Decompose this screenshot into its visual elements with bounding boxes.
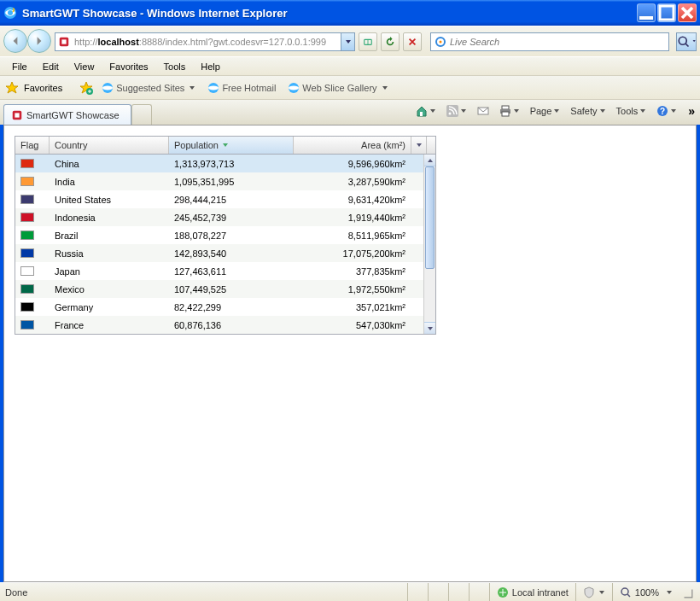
zoom-level[interactable]: 100% [612,583,680,601]
close-button[interactable] [678,3,697,22]
toolbar-overflow-icon[interactable]: » [688,104,695,118]
cell-country: Mexico [50,284,169,295]
favlink-free-hotmail[interactable]: Free Hotmail [204,80,279,96]
favorites-label[interactable]: Favorites [24,83,62,93]
scroll-down-button[interactable] [424,322,435,334]
new-tab-button[interactable] [131,104,152,125]
col-flag[interactable]: Flag [15,137,50,154]
shield-icon [583,586,595,598]
ie-icon [3,6,17,20]
menu-favorites[interactable]: Favorites [102,60,155,73]
resize-grip[interactable] [680,583,695,601]
tab-strip: SmartGWT Showcase Page Safety Tools ? » [0,99,700,125]
table-row[interactable]: Indonesia245,452,7391,919,440km² [15,208,423,226]
tab-site-icon [11,109,23,121]
tools-menu[interactable]: Tools [614,104,650,118]
home-button[interactable] [413,103,439,119]
minimize-button[interactable] [637,3,656,22]
cell-area: 357,021km² [294,302,411,312]
cell-country: China [50,159,169,169]
menu-tools[interactable]: Tools [157,60,193,73]
address-dropdown[interactable] [341,33,354,50]
print-button[interactable] [497,103,522,119]
safety-menu[interactable]: Safety [568,104,608,118]
cell-flag [15,230,50,240]
stop-button[interactable] [403,32,422,51]
help-button[interactable]: ? [654,103,680,119]
search-go-button[interactable] [676,32,697,51]
favorites-star-icon[interactable] [5,81,19,95]
table-row[interactable]: India1,095,351,9953,287,590km² [15,172,423,190]
scroll-thumb[interactable] [425,166,435,269]
refresh-button[interactable] [381,32,400,51]
cell-flag [15,266,50,276]
table-row[interactable]: United States298,444,2159,631,420km² [15,190,423,208]
url-text[interactable]: http://localhost:8888/index.html?gwt.cod… [73,36,341,48]
menu-edit[interactable]: Edit [36,60,66,73]
print-icon [499,105,511,117]
protected-mode[interactable] [575,583,612,601]
table-row[interactable]: Mexico107,449,5251,972,550km² [15,280,423,298]
cell-area: 377,835km² [294,266,411,277]
cell-flag [15,159,50,168]
menu-view[interactable]: View [67,60,102,73]
page-menu[interactable]: Page [528,104,563,118]
tab-active[interactable]: SmartGWT Showcase [3,104,131,125]
svg-rect-18 [15,113,19,117]
svg-point-21 [448,113,451,115]
table-row[interactable]: France60,876,136547,030km² [15,316,423,334]
cell-country: Russia [50,248,169,259]
menu-file[interactable]: File [5,60,34,73]
grid-header: Flag Country Population Area (km²) [15,137,435,155]
country-grid: Flag Country Population Area (km²) China… [15,136,436,335]
grid-scrollbar[interactable] [423,155,435,334]
search-input[interactable] [450,37,668,47]
favlink-suggested-sites[interactable]: Suggested Sites [98,80,199,96]
forward-button[interactable] [27,29,51,53]
status-bar: Done Local intranet 100% [0,582,700,601]
compat-view-button[interactable] [359,32,377,51]
search-bar[interactable] [430,32,669,51]
svg-point-12 [102,85,113,90]
col-population[interactable]: Population [169,137,294,154]
col-country[interactable]: Country [50,137,169,154]
add-favorite-icon[interactable] [79,81,93,95]
col-menu[interactable] [411,137,427,154]
cell-flag [15,320,50,330]
feeds-button[interactable] [444,103,470,119]
menu-bar: File Edit View Favorites Tools Help [0,56,700,75]
col-area[interactable]: Area (km²) [294,137,411,154]
svg-point-29 [621,588,628,595]
cell-population: 298,444,215 [169,195,294,205]
cell-area: 17,075,200km² [294,248,411,259]
svg-rect-2 [639,16,653,20]
cell-population: 188,078,227 [169,230,294,241]
cell-population: 1,095,351,995 [169,177,294,187]
ie-small-icon [207,82,219,94]
cell-country: United States [50,195,169,205]
menu-help[interactable]: Help [194,60,227,73]
read-mail-button[interactable] [475,103,492,119]
zoom-icon [620,586,632,598]
cell-population: 60,876,136 [169,320,294,330]
table-row[interactable]: Germany82,422,299357,021km² [15,298,423,316]
table-row[interactable]: Brazil188,078,2278,511,965km² [15,226,423,244]
scroll-up-button[interactable] [424,155,435,166]
favlink-web-slice-gallery[interactable]: Web Slice Gallery [284,80,391,96]
table-row[interactable]: Russia142,893,54017,075,200km² [15,244,423,262]
address-bar[interactable]: http://localhost:8888/index.html?gwt.cod… [55,32,355,51]
cell-population: 245,452,739 [169,213,294,223]
maximize-button[interactable] [657,3,676,22]
security-zone[interactable]: Local intranet [489,583,575,601]
window-title: SmartGWT Showcase - Windows Internet Exp… [22,7,637,20]
table-row[interactable]: Japan127,463,611377,835km² [15,262,423,280]
back-button[interactable] [3,29,27,53]
cell-area: 547,030km² [294,320,411,330]
cell-flag [15,213,50,222]
table-row[interactable]: China1,313,973,7139,596,960km² [15,155,423,172]
svg-text:?: ? [660,107,665,116]
cell-country: France [50,320,169,330]
cell-flag [15,302,50,312]
svg-point-9 [679,37,686,44]
cell-country: Germany [50,302,169,312]
